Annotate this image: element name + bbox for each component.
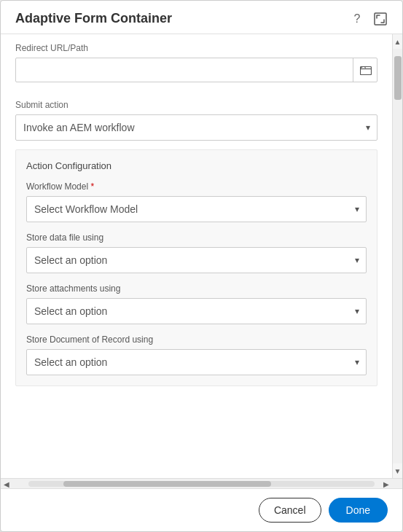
dialog-body: Redirect URL/Path Submit action	[1, 34, 402, 478]
help-icon[interactable]: ?	[350, 12, 364, 26]
submit-action-select[interactable]: Invoke an AEM workflow Submit to REST en…	[15, 114, 377, 141]
header-icons: ?	[350, 12, 388, 26]
action-configuration-title: Action Configuration	[26, 160, 367, 171]
action-configuration-section: Action Configuration Workflow Model Sele…	[15, 149, 377, 386]
store-data-file-label: Store data file using	[26, 232, 367, 243]
expand-icon[interactable]	[373, 12, 388, 26]
redirect-url-section: Redirect URL/Path	[1, 34, 392, 91]
svg-rect-0	[375, 13, 386, 25]
store-data-file-select[interactable]: Select an option	[26, 247, 367, 273]
scroll-right-arrow[interactable]: ▶	[383, 480, 389, 488]
content-area: Redirect URL/Path Submit action	[1, 34, 392, 478]
redirect-url-label: Redirect URL/Path	[15, 43, 377, 53]
redirect-url-input[interactable]	[15, 58, 377, 82]
scroll-up-arrow[interactable]: ▲	[393, 34, 402, 49]
dialog-title: Adaptive Form Container	[15, 11, 172, 26]
file-browse-icon[interactable]	[353, 58, 377, 82]
h-scroll-track	[28, 481, 375, 487]
scroll-down-arrow[interactable]: ▼	[393, 463, 402, 478]
scroll-left-arrow[interactable]: ◀	[4, 480, 9, 488]
store-attachments-field: Store attachments using Select an option…	[26, 283, 367, 324]
store-document-field: Store Document of Record using Select an…	[26, 335, 367, 375]
store-document-select[interactable]: Select an option	[26, 349, 367, 375]
workflow-model-field: Workflow Model Select Workflow Model ▾	[26, 181, 367, 222]
submit-action-select-wrapper: Invoke an AEM workflow Submit to REST en…	[15, 114, 377, 141]
store-attachments-select[interactable]: Select an option	[26, 298, 367, 324]
scroll-track	[393, 49, 402, 463]
scroll-thumb	[394, 56, 402, 100]
h-scroll-thumb	[63, 481, 271, 487]
workflow-model-select-wrapper: Select Workflow Model ▾	[26, 196, 367, 222]
store-data-file-field: Store data file using Select an option ▾	[26, 232, 367, 273]
store-document-label: Store Document of Record using	[26, 335, 367, 345]
horizontal-scrollbar: ◀ ▶	[1, 478, 402, 488]
store-attachments-select-wrapper: Select an option ▾	[26, 298, 367, 324]
submit-action-section: Submit action Invoke an AEM workflow Sub…	[1, 91, 392, 149]
store-attachments-label: Store attachments using	[26, 283, 367, 294]
svg-rect-1	[360, 67, 371, 75]
dialog-container: Adaptive Form Container ? Redirect URL/P…	[0, 0, 403, 532]
cancel-button[interactable]: Cancel	[259, 498, 321, 523]
redirect-url-input-wrapper	[15, 58, 377, 82]
vertical-scrollbar: ▲ ▼	[392, 34, 402, 478]
done-button[interactable]: Done	[329, 498, 388, 523]
dialog-header: Adaptive Form Container ?	[1, 1, 402, 34]
store-data-file-select-wrapper: Select an option ▾	[26, 247, 367, 273]
workflow-model-select[interactable]: Select Workflow Model	[26, 196, 367, 222]
submit-action-label: Submit action	[15, 100, 377, 110]
store-document-select-wrapper: Select an option ▾	[26, 349, 367, 375]
dialog-footer: Cancel Done	[1, 488, 402, 531]
workflow-model-label: Workflow Model	[26, 181, 367, 192]
